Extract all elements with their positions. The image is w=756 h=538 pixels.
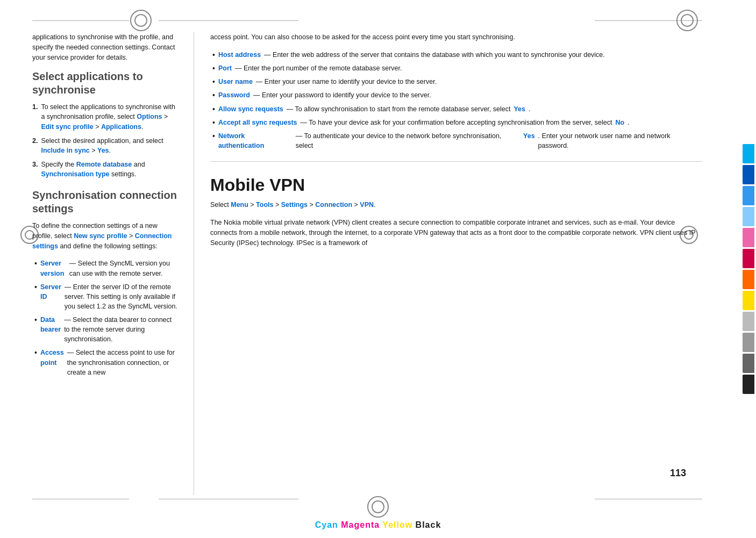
circle-top-left-inner <box>134 14 147 27</box>
right-tab-11 <box>743 354 754 373</box>
hr-top-mid <box>159 20 298 21</box>
sync-intro: To define the connection settings of a n… <box>32 221 177 251</box>
cmyk-cyan: Cyan <box>315 520 338 529</box>
list-item: Server ID — Enter the server ID of the r… <box>32 282 177 311</box>
right-tab-9 <box>743 312 754 331</box>
circle-top-right-inner <box>681 14 694 27</box>
page-number: 113 <box>670 468 686 479</box>
right-tab-1 <box>743 144 754 163</box>
right-column: access point. You can also choose to be … <box>210 32 702 495</box>
main-content: applications to synchronise with the pro… <box>32 32 702 495</box>
sync-heading: Synchronisation connection settings <box>32 189 177 216</box>
page-container: applications to synchronise with the pro… <box>0 0 756 538</box>
hr-bottom-mid <box>159 499 298 499</box>
hr-top-left <box>32 20 129 21</box>
right-tab-7 <box>743 270 754 289</box>
list-item: 1. To select the applications to synchro… <box>32 102 177 131</box>
list-item: Network authentication — To authenticate… <box>210 131 702 150</box>
right-tab-12 <box>743 375 754 394</box>
select-steps-list: 1. To select the applications to synchro… <box>32 102 177 179</box>
list-item: Accept all sync requests — To have your … <box>210 118 702 127</box>
right-tab-2 <box>743 165 754 184</box>
list-item: Password — Enter your password to identi… <box>210 90 702 100</box>
mobile-vpn-menu-path: Select Menu > Tools > Settings > Connect… <box>210 200 702 210</box>
list-item: Allow sync requests — To allow synchroni… <box>210 104 702 114</box>
list-item: Access point — Select the access point t… <box>32 348 177 377</box>
mobile-vpn-section: Mobile VPN Select Menu > Tools > Setting… <box>210 161 702 248</box>
cmyk-magenta: Magenta <box>341 520 380 529</box>
list-item: Data bearer — Select the data bearer to … <box>32 315 177 344</box>
left-column: applications to synchronise with the pro… <box>32 32 177 495</box>
left-intro-text: applications to synchronise with the pro… <box>32 32 177 62</box>
cmyk-yellow: Yellow <box>382 520 412 529</box>
mobile-vpn-body: The Nokia mobile virtual private network… <box>210 218 702 248</box>
list-item: Host address — Enter the web address of … <box>210 50 702 60</box>
hr-bottom-right <box>595 499 702 499</box>
list-item: 2. Select the desired application, and s… <box>32 136 177 155</box>
column-divider <box>194 32 194 495</box>
list-item: 3. Specify the Remote database and Synch… <box>32 160 177 179</box>
list-item: User name — Enter your user name to iden… <box>210 77 702 87</box>
right-tab-6 <box>743 249 754 268</box>
circle-bottom-inner <box>372 500 384 513</box>
sync-bullets-list: Server version — Select the SyncML versi… <box>32 259 177 377</box>
right-tab-5 <box>743 228 754 247</box>
list-item: Server version — Select the SyncML versi… <box>32 259 177 278</box>
right-tab-8 <box>743 291 754 310</box>
right-continuation: access point. You can also choose to be … <box>210 32 702 42</box>
cmyk-bar: Cyan Magenta Yellow Black <box>0 520 756 530</box>
right-bullets-list: Host address — Enter the web address of … <box>210 50 702 150</box>
cmyk-black: Black <box>416 520 441 529</box>
hr-bottom-left <box>32 499 129 499</box>
right-tab-3 <box>743 186 754 205</box>
mobile-vpn-heading: Mobile VPN <box>210 176 702 195</box>
right-color-tabs <box>743 0 756 538</box>
list-item: Port — Enter the port number of the remo… <box>210 63 702 73</box>
right-tab-4 <box>743 207 754 226</box>
right-tab-10 <box>743 333 754 352</box>
select-heading: Select applications to synchronise <box>32 70 177 97</box>
